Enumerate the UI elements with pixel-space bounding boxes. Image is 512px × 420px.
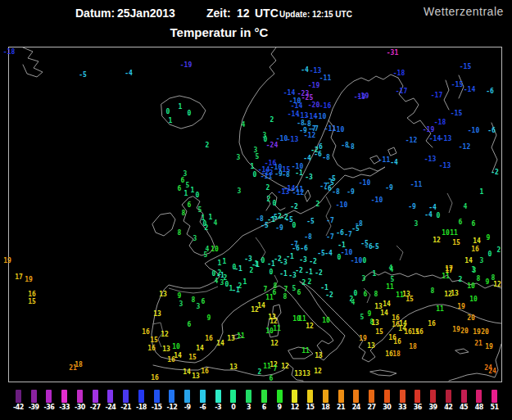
station-temp: -13 [424, 156, 436, 163]
station-temp: -12 [406, 138, 417, 144]
legend-slot: -9 [179, 390, 195, 414]
legend-color-swatch [169, 390, 174, 403]
station-temp: 12 [314, 368, 322, 375]
station-temp: 12 [270, 341, 279, 347]
station-temp: 9 [487, 235, 491, 242]
station-temp: 20 [460, 328, 469, 335]
legend-color-swatch [200, 390, 206, 403]
legend-slot: -6 [195, 390, 211, 414]
station-temp: -2 [491, 169, 499, 176]
station-temp: 11 [237, 333, 245, 340]
station-temp: 10 [467, 283, 475, 290]
station-temp: 16 [151, 375, 159, 382]
station-temp: 15 [406, 296, 414, 303]
station-temp: 18 [392, 351, 401, 358]
legend-slot: -12 [165, 390, 180, 414]
station-temp: 24 [488, 368, 496, 375]
station-temp: 4 [390, 267, 394, 273]
station-temp: -31 [387, 50, 398, 56]
station-temp: -5 [261, 223, 269, 229]
station-temp: -14 [464, 87, 475, 93]
station-temp: -2 [295, 268, 303, 274]
legend-slot: -36 [42, 390, 57, 414]
station-temp: -18 [3, 49, 15, 56]
legend-tick-label: 30 [383, 404, 391, 411]
legend-tick-label: -24 [105, 404, 116, 411]
station-temp: 1 [184, 191, 188, 197]
legend-slot: 24 [349, 390, 365, 414]
station-temp: 0 [292, 223, 297, 229]
station-temp: 0 [338, 255, 342, 261]
station-temp: 9 [207, 315, 211, 322]
station-temp: 2 [308, 279, 312, 286]
station-temp: -3 [299, 257, 307, 264]
station-temp: 0 [363, 258, 367, 264]
legend-slot: -21 [118, 390, 134, 414]
station-temp: -11 [378, 157, 390, 164]
station-temp: 11 [301, 348, 310, 355]
station-temp: 1 [251, 164, 255, 170]
station-temp: -6 [314, 151, 322, 158]
station-temp: -7 [310, 126, 319, 133]
station-temp: 1 [223, 259, 227, 265]
legend-tick-label: -3 [215, 404, 221, 411]
station-temp: 3 [193, 236, 197, 242]
station-temp: -6 [487, 128, 496, 134]
legend-color-swatch [138, 390, 144, 403]
station-temp: 3 [238, 188, 242, 195]
station-temp: 2 [206, 142, 210, 149]
station-temp: 3 [415, 221, 419, 228]
station-temp: 3 [480, 258, 484, 264]
station-temp: 3 [179, 301, 184, 308]
station-temp: 19 [457, 304, 465, 310]
station-temp: -3 [305, 174, 313, 181]
legend-slot: -3 [211, 390, 226, 414]
station-temp: -9 [347, 189, 355, 196]
legend-tick-label: -42 [13, 404, 24, 411]
station-temp: 13 [451, 291, 459, 297]
legend-slot: 0 [226, 390, 242, 414]
station-temp: 16 [205, 336, 213, 342]
station-temp: 14 [216, 341, 224, 347]
legend-slot: -33 [57, 390, 72, 414]
station-temp: 16 [471, 246, 479, 253]
station-temp: 16 [147, 345, 156, 352]
station-temp: -13 [440, 136, 451, 142]
station-temp: 2 [497, 247, 501, 254]
station-temp: 6 [178, 186, 182, 192]
station-temp: 6 [364, 291, 368, 298]
station-temp: 1 [243, 279, 247, 286]
station-temp: 16 [415, 329, 424, 336]
zeit-value: 12 [237, 7, 250, 20]
station-temp: 2 [316, 201, 320, 208]
station-temp: -6 [300, 246, 308, 252]
legend-tick-label: 6 [262, 404, 266, 411]
legend-color-swatch [123, 390, 129, 403]
station-temp: 11 [273, 326, 281, 332]
station-temp: -12 [459, 144, 470, 151]
station-temp: -10 [341, 250, 352, 256]
station-temp: 0 [354, 291, 358, 297]
station-temp: -10 [336, 202, 347, 209]
legend-tick-label: 3 [247, 404, 251, 411]
station-temp: 12 [306, 323, 314, 330]
legend-color-swatch [246, 390, 251, 403]
station-temp: 0 [264, 137, 268, 143]
station-temp: 11 [386, 284, 394, 291]
station-temp: 0 [188, 111, 192, 117]
legend-slot: 3 [241, 390, 256, 414]
station-temp: 8 [283, 294, 288, 300]
station-temp: 0 [437, 213, 441, 219]
station-temp: 8 [374, 291, 378, 298]
station-temp: 0 [488, 251, 492, 258]
legend-slot: 21 [333, 390, 349, 414]
station-temp: 14 [464, 258, 473, 264]
station-temp: 7 [284, 287, 288, 293]
legend-slot: 27 [364, 390, 379, 414]
legend-tick-label: 42 [444, 404, 452, 411]
station-temp: 14 [183, 369, 191, 376]
station-temp: 8 [182, 210, 186, 217]
legend-slot: 18 [318, 390, 333, 414]
station-temp: -4 [301, 67, 309, 74]
station-temp: -6 [486, 88, 494, 95]
